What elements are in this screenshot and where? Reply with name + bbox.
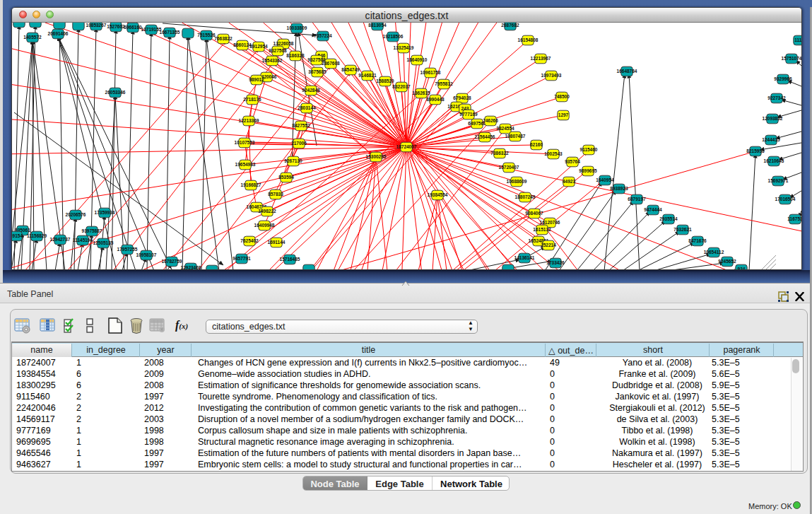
svg-text:16409948: 16409948 bbox=[254, 223, 275, 228]
svg-text:16154808: 16154808 bbox=[518, 37, 539, 42]
svg-text:18640910: 18640910 bbox=[407, 57, 428, 62]
svg-text:1498222: 1498222 bbox=[258, 209, 276, 214]
svg-text:9474444: 9474444 bbox=[644, 207, 662, 212]
svg-text:1588520: 1588520 bbox=[376, 78, 394, 83]
svg-text:11156829: 11156829 bbox=[27, 233, 47, 238]
svg-text:16120746: 16120746 bbox=[540, 220, 560, 225]
svg-text:8186328: 8186328 bbox=[286, 53, 305, 58]
svg-text:10654112: 10654112 bbox=[704, 250, 724, 255]
svg-text:9115460: 9115460 bbox=[580, 147, 598, 152]
svg-text:6966160: 6966160 bbox=[124, 25, 142, 30]
svg-text:16543362: 16543362 bbox=[262, 58, 283, 63]
svg-text:6879197: 6879197 bbox=[628, 197, 646, 201]
svg-text:13226058: 13226058 bbox=[273, 41, 294, 46]
svg-text:19654983: 19654983 bbox=[235, 162, 256, 167]
svg-text:8912954: 8912954 bbox=[249, 44, 268, 49]
svg-text:1405572: 1405572 bbox=[23, 35, 42, 40]
svg-text:748500: 748500 bbox=[554, 94, 570, 99]
svg-text:1362615: 1362615 bbox=[412, 90, 430, 95]
svg-text:10033809: 10033809 bbox=[287, 25, 307, 30]
svg-text:8454749: 8454749 bbox=[341, 67, 360, 72]
svg-text:9084067: 9084067 bbox=[525, 211, 543, 216]
svg-text:18807249: 18807249 bbox=[515, 194, 536, 199]
svg-text:9777169: 9777169 bbox=[459, 112, 478, 117]
svg-text:8427552: 8427552 bbox=[292, 123, 310, 128]
svg-text:18724007: 18724007 bbox=[396, 144, 417, 149]
svg-text:9227342: 9227342 bbox=[767, 95, 786, 100]
svg-text:14136141: 14136141 bbox=[514, 255, 535, 260]
svg-text:746266: 746266 bbox=[483, 118, 498, 123]
svg-text:10807487: 10807487 bbox=[505, 134, 526, 139]
svg-text:17957255: 17957255 bbox=[117, 247, 138, 252]
svg-text:9329966: 9329966 bbox=[774, 76, 792, 81]
svg-text:10958107: 10958107 bbox=[136, 252, 157, 257]
svg-text:2803144: 2803144 bbox=[298, 105, 316, 110]
svg-text:93975887: 93975887 bbox=[82, 228, 102, 233]
svg-text:1117: 1117 bbox=[794, 37, 801, 42]
svg-text:9146821: 9146821 bbox=[358, 73, 377, 78]
svg-text:39154: 39154 bbox=[12, 233, 23, 238]
svg-text:924: 924 bbox=[738, 267, 746, 269]
svg-text:8660124: 8660124 bbox=[233, 42, 252, 47]
svg-text:26053346: 26053346 bbox=[105, 90, 126, 95]
svg-text:1244415: 1244415 bbox=[762, 137, 780, 142]
svg-text:8990448: 8990448 bbox=[426, 97, 445, 102]
svg-text:7632621: 7632621 bbox=[673, 227, 692, 232]
svg-text:9267130: 9267130 bbox=[284, 158, 302, 163]
svg-text:1640954: 1640954 bbox=[596, 177, 614, 182]
svg-text:1297: 1297 bbox=[558, 112, 569, 117]
svg-text:10853267: 10853267 bbox=[86, 23, 107, 28]
svg-text:3675685: 3675685 bbox=[308, 69, 326, 74]
svg-text:2687682: 2687682 bbox=[501, 23, 519, 28]
svg-text:17016504: 17016504 bbox=[775, 197, 796, 201]
svg-text:7955812: 7955812 bbox=[435, 81, 453, 86]
svg-text:116753: 116753 bbox=[787, 216, 801, 221]
svg-text:7625402: 7625402 bbox=[240, 238, 259, 243]
svg-text:2718176: 2718176 bbox=[243, 97, 261, 102]
svg-text:7663822: 7663822 bbox=[214, 36, 233, 41]
svg-text:7515526: 7515526 bbox=[197, 33, 216, 37]
svg-text:8322037: 8322037 bbox=[392, 84, 411, 89]
svg-text:252214: 252214 bbox=[541, 243, 556, 247]
svg-text:11145194: 11145194 bbox=[73, 238, 93, 243]
svg-text:857833: 857833 bbox=[268, 192, 283, 197]
svg-text:12213967: 12213967 bbox=[531, 56, 551, 61]
svg-text:9899695: 9899695 bbox=[579, 168, 597, 173]
svg-text:1733426: 1733426 bbox=[546, 260, 565, 265]
svg-text:10961758: 10961758 bbox=[420, 70, 441, 75]
svg-text:12923468: 12923468 bbox=[181, 265, 201, 269]
svg-text:15716485: 15716485 bbox=[280, 257, 300, 262]
svg-text:17359934: 17359934 bbox=[95, 210, 115, 215]
svg-text:12213369: 12213369 bbox=[239, 118, 259, 123]
svg-text:12093852: 12093852 bbox=[763, 116, 783, 121]
svg-text:16648784: 16648784 bbox=[617, 69, 637, 74]
svg-text:8813054: 8813054 bbox=[368, 23, 387, 28]
svg-text:7386322: 7386322 bbox=[490, 151, 509, 156]
svg-text:10107553: 10107553 bbox=[235, 140, 255, 145]
svg-text:1527602: 1527602 bbox=[107, 24, 125, 29]
svg-text:16782759: 16782759 bbox=[162, 259, 182, 264]
svg-text:6794028: 6794028 bbox=[453, 95, 471, 100]
svg-text:2867608: 2867608 bbox=[322, 61, 340, 66]
svg-text:1002543: 1002543 bbox=[544, 151, 563, 156]
svg-text:3824554: 3824554 bbox=[496, 126, 514, 131]
svg-text:217006: 217006 bbox=[291, 141, 307, 146]
svg-text:44923: 44923 bbox=[563, 179, 575, 184]
svg-text:9457791: 9457791 bbox=[233, 256, 251, 261]
svg-text:10973493: 10973493 bbox=[541, 73, 562, 78]
svg-text:62160: 62160 bbox=[530, 142, 543, 147]
svg-text:8938923: 8938923 bbox=[610, 186, 628, 191]
svg-text:21564456: 21564456 bbox=[475, 134, 495, 139]
svg-text:12505135: 12505135 bbox=[93, 240, 114, 245]
svg-text:1615132: 1615132 bbox=[533, 227, 551, 232]
svg-text:20691406: 20691406 bbox=[48, 31, 69, 36]
svg-text:15300295: 15300295 bbox=[366, 154, 387, 159]
svg-text:8471676: 8471676 bbox=[688, 238, 707, 243]
svg-text:8215958: 8215958 bbox=[746, 148, 765, 153]
svg-text:1691144: 1691144 bbox=[268, 240, 286, 245]
svg-text:9242848: 9242848 bbox=[302, 88, 320, 93]
svg-text:989012: 989012 bbox=[249, 77, 264, 82]
svg-text:16671355: 16671355 bbox=[160, 30, 180, 35]
svg-text:19218506: 19218506 bbox=[383, 34, 404, 39]
svg-text:15692971: 15692971 bbox=[768, 178, 789, 183]
